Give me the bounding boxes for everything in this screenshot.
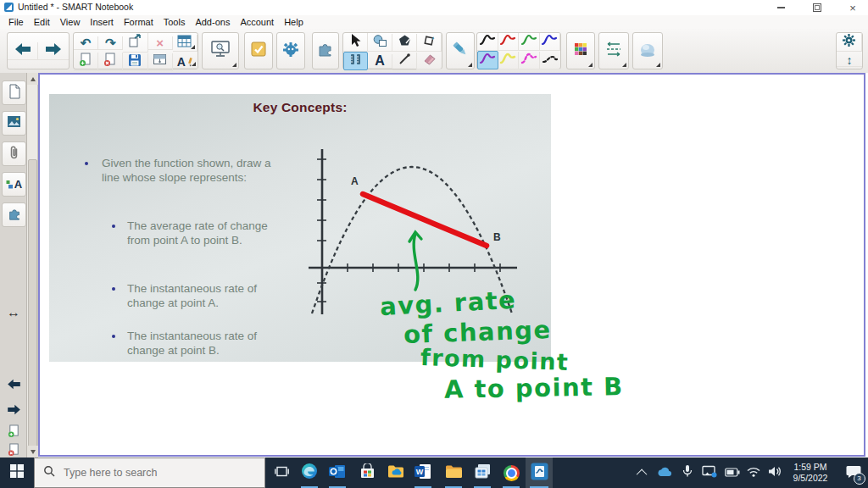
notification-icon: 3 bbox=[846, 464, 862, 482]
pens-button[interactable] bbox=[446, 32, 475, 69]
gallery-tab[interactable] bbox=[2, 111, 26, 136]
search-input[interactable] bbox=[62, 466, 243, 480]
taskbar-outlook-button[interactable] bbox=[325, 458, 350, 488]
pen-purple-swatch-selected[interactable] bbox=[477, 51, 498, 69]
menu-add-ons[interactable]: Add-ons bbox=[190, 17, 235, 27]
tray-microphone-button[interactable] bbox=[677, 458, 698, 488]
pen-black-dashed-swatch[interactable] bbox=[540, 52, 561, 69]
sidebar-add-page-button[interactable] bbox=[4, 424, 23, 442]
smart-notebook-logo-icon bbox=[4, 3, 14, 12]
notification-center-button[interactable]: 3 bbox=[839, 458, 868, 488]
menu-edit[interactable]: Edit bbox=[29, 17, 55, 27]
attachments-tab[interactable] bbox=[2, 141, 26, 166]
pencil-icon bbox=[186, 57, 193, 67]
assessment-button[interactable] bbox=[244, 32, 273, 69]
line-style-button[interactable] bbox=[598, 32, 629, 69]
scrollbar-thumb[interactable] bbox=[28, 159, 37, 488]
sphere-icon bbox=[638, 41, 657, 61]
back-button[interactable] bbox=[8, 42, 38, 60]
menu-format[interactable]: Format bbox=[119, 17, 159, 27]
file-explorer-icon bbox=[445, 464, 463, 482]
menu-insert[interactable]: Insert bbox=[85, 17, 119, 27]
move-panel-handle[interactable]: ↔ bbox=[4, 303, 23, 322]
taskbar-grid-app-button[interactable] bbox=[470, 458, 495, 488]
tray-battery-button[interactable] bbox=[721, 458, 743, 488]
paste-button[interactable] bbox=[123, 33, 147, 53]
pen-blue-swatch[interactable] bbox=[540, 33, 561, 51]
tray-onedrive-button[interactable] bbox=[654, 458, 676, 488]
ink-arrow[interactable] bbox=[409, 232, 421, 290]
forward-button[interactable] bbox=[38, 42, 69, 60]
taskbar-clock[interactable]: 1:59 PM 9/5/2022 bbox=[784, 458, 837, 488]
menu-help[interactable]: Help bbox=[279, 17, 309, 27]
select-tool-button[interactable] bbox=[343, 33, 368, 52]
secant-line[interactable] bbox=[363, 194, 487, 246]
screen-shade-button[interactable] bbox=[148, 53, 173, 71]
axis-ticks bbox=[317, 159, 500, 302]
scroll-up-button[interactable] bbox=[27, 73, 38, 85]
delete-page-button[interactable] bbox=[98, 53, 123, 71]
add-ons-button[interactable] bbox=[312, 32, 339, 69]
close-button[interactable]: × bbox=[839, 0, 866, 15]
taskbar-word-button[interactable]: W bbox=[410, 458, 436, 488]
page-sorter-tab[interactable] bbox=[2, 80, 26, 105]
cast-screen-icon bbox=[702, 465, 717, 481]
measurement-tools-button[interactable] bbox=[343, 52, 368, 70]
task-view-button[interactable] bbox=[268, 458, 295, 488]
taskbar-smart-notebook-button[interactable] bbox=[526, 458, 553, 488]
add-page-icon bbox=[79, 53, 92, 70]
tray-show-hidden-button[interactable] bbox=[633, 458, 652, 488]
pen-yellow-swatch[interactable] bbox=[498, 52, 520, 69]
text-sort-button[interactable]: A bbox=[173, 56, 198, 69]
taskbar-explorer-button[interactable] bbox=[441, 458, 466, 488]
pen-red-swatch[interactable] bbox=[498, 33, 520, 51]
scroll-down-icon bbox=[31, 450, 36, 454]
menu-view[interactable]: View bbox=[55, 17, 86, 27]
next-page-button[interactable] bbox=[4, 402, 23, 420]
save-button[interactable] bbox=[123, 53, 147, 71]
scroll-down-button[interactable] bbox=[27, 446, 38, 458]
taskbar-chrome-button[interactable] bbox=[498, 458, 524, 488]
toolbar-settings-button[interactable] bbox=[837, 33, 862, 52]
taskbar-onedrive-folder-button[interactable] bbox=[383, 458, 409, 488]
add-ons-tab[interactable] bbox=[2, 202, 26, 227]
object-style-button[interactable] bbox=[632, 32, 663, 69]
taskbar-store-button[interactable] bbox=[354, 458, 380, 488]
lesson-activity-button[interactable] bbox=[276, 32, 305, 69]
minimize-button[interactable] bbox=[767, 0, 794, 15]
add-page-button[interactable] bbox=[74, 53, 98, 71]
delete-button[interactable]: × bbox=[148, 36, 173, 50]
properties-tab[interactable]: A bbox=[2, 172, 26, 197]
taskbar-edge-button[interactable] bbox=[297, 458, 322, 488]
scroll-up-icon bbox=[31, 77, 36, 81]
start-button[interactable] bbox=[0, 458, 34, 488]
pen-black-swatch[interactable] bbox=[477, 33, 498, 51]
undo-button[interactable]: ↶ bbox=[74, 36, 98, 50]
menu-tools[interactable]: Tools bbox=[159, 17, 191, 27]
minimize-icon bbox=[777, 7, 785, 8]
screen-capture-button[interactable] bbox=[202, 32, 239, 69]
text-tool-button[interactable]: A bbox=[368, 54, 392, 69]
yellow-squiggle-icon bbox=[499, 52, 516, 69]
line-tool-button[interactable] bbox=[392, 53, 417, 70]
previous-page-button[interactable] bbox=[4, 376, 23, 395]
tray-wifi-button[interactable] bbox=[743, 458, 764, 488]
toolbar-move-button[interactable]: ↕ bbox=[837, 54, 862, 67]
bullet-dot bbox=[112, 335, 115, 338]
tray-volume-button[interactable] bbox=[765, 458, 785, 488]
shapes-tool-button[interactable] bbox=[368, 34, 392, 52]
color-palette-button[interactable] bbox=[566, 32, 595, 69]
pen-magenta-dashed-swatch[interactable] bbox=[519, 52, 540, 69]
pen-green-swatch[interactable] bbox=[519, 33, 540, 51]
restore-button[interactable] bbox=[804, 0, 831, 15]
shape-recognition-pen-button[interactable] bbox=[392, 34, 417, 52]
magic-pen-button[interactable] bbox=[417, 34, 442, 52]
menu-file[interactable]: File bbox=[3, 17, 29, 27]
vertical-scrollbar[interactable] bbox=[27, 73, 38, 458]
redo-button[interactable]: ↷ bbox=[98, 36, 123, 50]
eraser-tool-button[interactable] bbox=[417, 53, 442, 69]
menu-account[interactable]: Account bbox=[235, 17, 279, 27]
tray-cast-button[interactable] bbox=[698, 458, 721, 488]
table-button[interactable] bbox=[173, 35, 198, 52]
taskbar-search[interactable] bbox=[34, 458, 265, 488]
